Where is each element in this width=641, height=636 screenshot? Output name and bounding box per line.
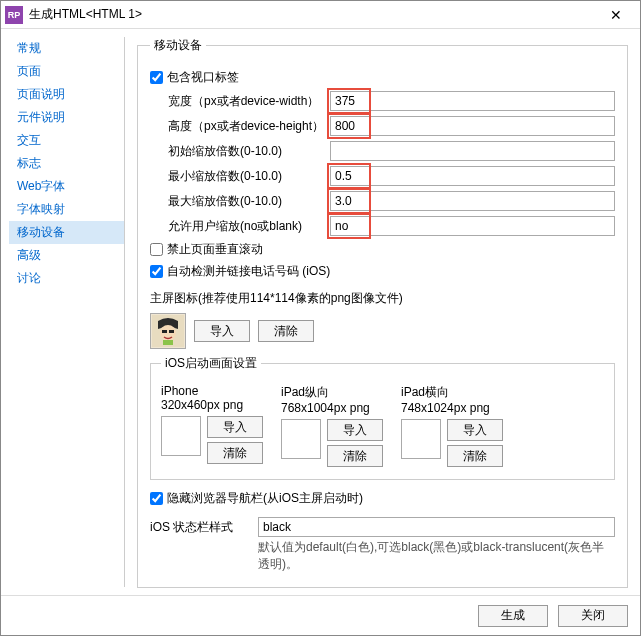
launch-thumb xyxy=(161,416,201,456)
dialog-footer: 生成 关闭 xyxy=(1,595,640,635)
launch-col-title: iPad横向 xyxy=(401,384,503,401)
sidebar-item[interactable]: 高级 xyxy=(9,244,124,267)
include-viewport-label: 包含视口标签 xyxy=(167,69,239,86)
launch-import-button[interactable]: 导入 xyxy=(207,416,263,438)
svg-rect-4 xyxy=(163,340,173,345)
height-input[interactable] xyxy=(330,116,615,136)
disable-vscroll-label: 禁止页面垂直滚动 xyxy=(167,241,263,258)
launch-thumb xyxy=(281,419,321,459)
svg-rect-3 xyxy=(169,330,174,333)
sidebar-item[interactable]: 元件说明 xyxy=(9,106,124,129)
sidebar-item[interactable]: 页面说明 xyxy=(9,83,124,106)
min-scale-input[interactable] xyxy=(330,166,615,186)
launch-column: iPhone320x460px png导入清除 xyxy=(161,384,263,467)
generate-button[interactable]: 生成 xyxy=(478,605,548,627)
launch-col-sub: 320x460px png xyxy=(161,398,263,412)
initial-scale-label: 初始缩放倍数(0-10.0) xyxy=(150,143,330,160)
auto-detect-phone-checkbox[interactable] xyxy=(150,265,163,278)
close-button[interactable]: 关闭 xyxy=(558,605,628,627)
statusbar-label: iOS 状态栏样式 xyxy=(150,517,250,536)
mobile-legend: 移动设备 xyxy=(150,37,206,54)
sidebar-item[interactable]: Web字体 xyxy=(9,175,124,198)
sidebar-item[interactable]: 移动设备 xyxy=(9,221,124,244)
max-scale-label: 最大缩放倍数(0-10.0) xyxy=(150,193,330,210)
launch-import-button[interactable]: 导入 xyxy=(327,419,383,441)
disable-vscroll-checkbox[interactable] xyxy=(150,243,163,256)
sidebar-item[interactable]: 交互 xyxy=(9,129,124,152)
launch-col-sub: 748x1024px png xyxy=(401,401,503,415)
auto-detect-phone-row: 自动检测并链接电话号码 (iOS) xyxy=(150,263,615,280)
content-mobile: 移动设备 包含视口标签 宽度（px或者device-width） 高度（px或者… xyxy=(125,29,640,595)
sidebar-item[interactable]: 页面 xyxy=(9,60,124,83)
home-icon-label: 主屏图标(推荐使用114*114像素的png图像文件) xyxy=(150,290,615,307)
hide-navbar-checkbox[interactable] xyxy=(150,492,163,505)
max-scale-input[interactable] xyxy=(330,191,615,211)
home-icon-import-button[interactable]: 导入 xyxy=(194,320,250,342)
launch-col-sub: 768x1004px png xyxy=(281,401,383,415)
user-scalable-label: 允许用户缩放(no或blank) xyxy=(150,218,330,235)
launch-clear-button[interactable]: 清除 xyxy=(207,442,263,464)
avatar-icon xyxy=(152,315,184,347)
hide-navbar-row: 隐藏浏览器导航栏(从iOS主屏启动时) xyxy=(150,490,615,507)
width-input[interactable] xyxy=(330,91,615,111)
min-scale-label: 最小缩放倍数(0-10.0) xyxy=(150,168,330,185)
launch-import-button[interactable]: 导入 xyxy=(447,419,503,441)
mobile-fieldset: 移动设备 包含视口标签 宽度（px或者device-width） 高度（px或者… xyxy=(137,37,628,588)
dialog-body: 常规页面页面说明元件说明交互标志Web字体字体映射移动设备高级讨论 移动设备 包… xyxy=(1,29,640,595)
launch-fieldset: iOS启动画面设置 iPhone320x460px png导入清除iPad纵向7… xyxy=(150,355,615,480)
svg-rect-2 xyxy=(162,330,167,333)
user-scalable-input[interactable] xyxy=(330,216,615,236)
sidebar-item[interactable]: 字体映射 xyxy=(9,198,124,221)
titlebar: RP 生成HTML<HTML 1> ✕ xyxy=(1,1,640,29)
launch-legend: iOS启动画面设置 xyxy=(161,355,261,372)
initial-scale-input[interactable] xyxy=(330,141,615,161)
statusbar-hint: 默认值为default(白色),可选black(黑色)或black-transl… xyxy=(258,539,615,573)
include-viewport-row: 包含视口标签 xyxy=(150,69,615,86)
launch-col-title: iPhone xyxy=(161,384,263,398)
sidebar-item[interactable]: 讨论 xyxy=(9,267,124,290)
launch-thumb xyxy=(401,419,441,459)
auto-detect-phone-label: 自动检测并链接电话号码 (iOS) xyxy=(167,263,330,280)
width-label: 宽度（px或者device-width） xyxy=(150,93,330,110)
launch-clear-button[interactable]: 清除 xyxy=(327,445,383,467)
launch-clear-button[interactable]: 清除 xyxy=(447,445,503,467)
sidebar: 常规页面页面说明元件说明交互标志Web字体字体映射移动设备高级讨论 xyxy=(9,37,125,587)
window-title: 生成HTML<HTML 1> xyxy=(29,6,596,23)
sidebar-item[interactable]: 常规 xyxy=(9,37,124,60)
hide-navbar-label: 隐藏浏览器导航栏(从iOS主屏启动时) xyxy=(167,490,363,507)
home-icon-preview xyxy=(150,313,186,349)
statusbar-input[interactable] xyxy=(258,517,615,537)
disable-vscroll-row: 禁止页面垂直滚动 xyxy=(150,241,615,258)
include-viewport-checkbox[interactable] xyxy=(150,71,163,84)
height-label: 高度（px或者device-height） xyxy=(150,118,330,135)
app-icon: RP xyxy=(5,6,23,24)
launch-column: iPad纵向768x1004px png导入清除 xyxy=(281,384,383,467)
sidebar-item[interactable]: 标志 xyxy=(9,152,124,175)
dialog-window: RP 生成HTML<HTML 1> ✕ 常规页面页面说明元件说明交互标志Web字… xyxy=(0,0,641,636)
close-icon[interactable]: ✕ xyxy=(596,2,636,28)
home-icon-clear-button[interactable]: 清除 xyxy=(258,320,314,342)
launch-col-title: iPad纵向 xyxy=(281,384,383,401)
launch-column: iPad横向748x1024px png导入清除 xyxy=(401,384,503,467)
